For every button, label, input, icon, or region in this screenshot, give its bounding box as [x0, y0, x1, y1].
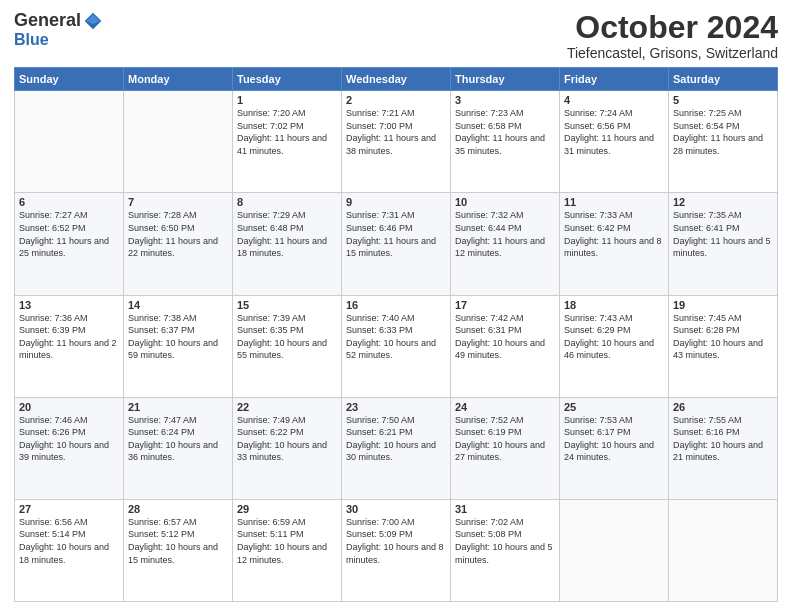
day-number: 26: [673, 401, 773, 413]
calendar-cell-w2-d5: 10Sunrise: 7:32 AM Sunset: 6:44 PM Dayli…: [451, 193, 560, 295]
day-info: Sunrise: 6:56 AM Sunset: 5:14 PM Dayligh…: [19, 516, 119, 566]
page: General Blue October 2024 Tiefencastel, …: [0, 0, 792, 612]
day-number: 19: [673, 299, 773, 311]
day-number: 25: [564, 401, 664, 413]
calendar-cell-w4-d6: 25Sunrise: 7:53 AM Sunset: 6:17 PM Dayli…: [560, 397, 669, 499]
day-info: Sunrise: 7:38 AM Sunset: 6:37 PM Dayligh…: [128, 312, 228, 362]
day-info: Sunrise: 7:21 AM Sunset: 7:00 PM Dayligh…: [346, 107, 446, 157]
week-row-4: 20Sunrise: 7:46 AM Sunset: 6:26 PM Dayli…: [15, 397, 778, 499]
week-row-1: 1Sunrise: 7:20 AM Sunset: 7:02 PM Daylig…: [15, 91, 778, 193]
day-number: 16: [346, 299, 446, 311]
calendar-cell-w3-d4: 16Sunrise: 7:40 AM Sunset: 6:33 PM Dayli…: [342, 295, 451, 397]
day-number: 11: [564, 196, 664, 208]
day-info: Sunrise: 7:46 AM Sunset: 6:26 PM Dayligh…: [19, 414, 119, 464]
calendar-cell-w1-d7: 5Sunrise: 7:25 AM Sunset: 6:54 PM Daylig…: [669, 91, 778, 193]
day-number: 15: [237, 299, 337, 311]
day-info: Sunrise: 7:43 AM Sunset: 6:29 PM Dayligh…: [564, 312, 664, 362]
logo-general: General: [14, 10, 81, 31]
day-info: Sunrise: 7:02 AM Sunset: 5:08 PM Dayligh…: [455, 516, 555, 566]
day-info: Sunrise: 7:20 AM Sunset: 7:02 PM Dayligh…: [237, 107, 337, 157]
calendar-cell-w4-d2: 21Sunrise: 7:47 AM Sunset: 6:24 PM Dayli…: [124, 397, 233, 499]
calendar-cell-w1-d3: 1Sunrise: 7:20 AM Sunset: 7:02 PM Daylig…: [233, 91, 342, 193]
calendar-cell-w4-d5: 24Sunrise: 7:52 AM Sunset: 6:19 PM Dayli…: [451, 397, 560, 499]
location-title: Tiefencastel, Grisons, Switzerland: [567, 45, 778, 61]
day-info: Sunrise: 6:59 AM Sunset: 5:11 PM Dayligh…: [237, 516, 337, 566]
day-info: Sunrise: 7:27 AM Sunset: 6:52 PM Dayligh…: [19, 209, 119, 259]
logo: General Blue: [14, 10, 103, 49]
calendar-cell-w3-d3: 15Sunrise: 7:39 AM Sunset: 6:35 PM Dayli…: [233, 295, 342, 397]
day-info: Sunrise: 7:39 AM Sunset: 6:35 PM Dayligh…: [237, 312, 337, 362]
calendar-cell-w1-d2: [124, 91, 233, 193]
day-number: 12: [673, 196, 773, 208]
header-wednesday: Wednesday: [342, 68, 451, 91]
day-number: 4: [564, 94, 664, 106]
day-number: 28: [128, 503, 228, 515]
day-number: 13: [19, 299, 119, 311]
day-number: 6: [19, 196, 119, 208]
day-info: Sunrise: 7:36 AM Sunset: 6:39 PM Dayligh…: [19, 312, 119, 362]
day-info: Sunrise: 7:35 AM Sunset: 6:41 PM Dayligh…: [673, 209, 773, 259]
weekday-header-row: Sunday Monday Tuesday Wednesday Thursday…: [15, 68, 778, 91]
day-number: 7: [128, 196, 228, 208]
calendar-cell-w5-d5: 31Sunrise: 7:02 AM Sunset: 5:08 PM Dayli…: [451, 499, 560, 601]
calendar-cell-w1-d1: [15, 91, 124, 193]
calendar-cell-w2-d4: 9Sunrise: 7:31 AM Sunset: 6:46 PM Daylig…: [342, 193, 451, 295]
day-info: Sunrise: 7:49 AM Sunset: 6:22 PM Dayligh…: [237, 414, 337, 464]
day-info: Sunrise: 7:45 AM Sunset: 6:28 PM Dayligh…: [673, 312, 773, 362]
calendar-cell-w3-d2: 14Sunrise: 7:38 AM Sunset: 6:37 PM Dayli…: [124, 295, 233, 397]
header-sunday: Sunday: [15, 68, 124, 91]
logo-text: General: [14, 10, 103, 31]
day-info: Sunrise: 7:40 AM Sunset: 6:33 PM Dayligh…: [346, 312, 446, 362]
day-info: Sunrise: 7:29 AM Sunset: 6:48 PM Dayligh…: [237, 209, 337, 259]
calendar-cell-w3-d5: 17Sunrise: 7:42 AM Sunset: 6:31 PM Dayli…: [451, 295, 560, 397]
calendar-cell-w5-d4: 30Sunrise: 7:00 AM Sunset: 5:09 PM Dayli…: [342, 499, 451, 601]
calendar-cell-w3-d6: 18Sunrise: 7:43 AM Sunset: 6:29 PM Dayli…: [560, 295, 669, 397]
day-number: 1: [237, 94, 337, 106]
day-info: Sunrise: 7:42 AM Sunset: 6:31 PM Dayligh…: [455, 312, 555, 362]
day-number: 31: [455, 503, 555, 515]
day-number: 21: [128, 401, 228, 413]
day-info: Sunrise: 7:23 AM Sunset: 6:58 PM Dayligh…: [455, 107, 555, 157]
header: General Blue October 2024 Tiefencastel, …: [14, 10, 778, 61]
day-number: 24: [455, 401, 555, 413]
day-number: 5: [673, 94, 773, 106]
calendar-cell-w2-d3: 8Sunrise: 7:29 AM Sunset: 6:48 PM Daylig…: [233, 193, 342, 295]
header-tuesday: Tuesday: [233, 68, 342, 91]
month-title: October 2024: [567, 10, 778, 45]
logo-blue: Blue: [14, 31, 49, 49]
calendar-cell-w2-d1: 6Sunrise: 7:27 AM Sunset: 6:52 PM Daylig…: [15, 193, 124, 295]
calendar-cell-w5-d6: [560, 499, 669, 601]
day-number: 8: [237, 196, 337, 208]
calendar-cell-w2-d6: 11Sunrise: 7:33 AM Sunset: 6:42 PM Dayli…: [560, 193, 669, 295]
day-info: Sunrise: 7:33 AM Sunset: 6:42 PM Dayligh…: [564, 209, 664, 259]
day-number: 29: [237, 503, 337, 515]
day-number: 30: [346, 503, 446, 515]
day-info: Sunrise: 7:25 AM Sunset: 6:54 PM Dayligh…: [673, 107, 773, 157]
calendar-cell-w1-d4: 2Sunrise: 7:21 AM Sunset: 7:00 PM Daylig…: [342, 91, 451, 193]
day-info: Sunrise: 7:52 AM Sunset: 6:19 PM Dayligh…: [455, 414, 555, 464]
day-info: Sunrise: 7:55 AM Sunset: 6:16 PM Dayligh…: [673, 414, 773, 464]
calendar-cell-w5-d7: [669, 499, 778, 601]
day-info: Sunrise: 7:47 AM Sunset: 6:24 PM Dayligh…: [128, 414, 228, 464]
week-row-3: 13Sunrise: 7:36 AM Sunset: 6:39 PM Dayli…: [15, 295, 778, 397]
calendar-cell-w5-d3: 29Sunrise: 6:59 AM Sunset: 5:11 PM Dayli…: [233, 499, 342, 601]
day-number: 14: [128, 299, 228, 311]
day-info: Sunrise: 7:24 AM Sunset: 6:56 PM Dayligh…: [564, 107, 664, 157]
calendar-cell-w4-d1: 20Sunrise: 7:46 AM Sunset: 6:26 PM Dayli…: [15, 397, 124, 499]
day-info: Sunrise: 6:57 AM Sunset: 5:12 PM Dayligh…: [128, 516, 228, 566]
day-info: Sunrise: 7:28 AM Sunset: 6:50 PM Dayligh…: [128, 209, 228, 259]
logo-icon: [83, 11, 103, 31]
week-row-2: 6Sunrise: 7:27 AM Sunset: 6:52 PM Daylig…: [15, 193, 778, 295]
day-number: 9: [346, 196, 446, 208]
day-number: 18: [564, 299, 664, 311]
day-info: Sunrise: 7:31 AM Sunset: 6:46 PM Dayligh…: [346, 209, 446, 259]
calendar-cell-w2-d2: 7Sunrise: 7:28 AM Sunset: 6:50 PM Daylig…: [124, 193, 233, 295]
calendar-cell-w3-d7: 19Sunrise: 7:45 AM Sunset: 6:28 PM Dayli…: [669, 295, 778, 397]
calendar-cell-w2-d7: 12Sunrise: 7:35 AM Sunset: 6:41 PM Dayli…: [669, 193, 778, 295]
calendar-cell-w3-d1: 13Sunrise: 7:36 AM Sunset: 6:39 PM Dayli…: [15, 295, 124, 397]
calendar-cell-w1-d6: 4Sunrise: 7:24 AM Sunset: 6:56 PM Daylig…: [560, 91, 669, 193]
day-info: Sunrise: 7:53 AM Sunset: 6:17 PM Dayligh…: [564, 414, 664, 464]
day-info: Sunrise: 7:50 AM Sunset: 6:21 PM Dayligh…: [346, 414, 446, 464]
day-number: 3: [455, 94, 555, 106]
day-number: 23: [346, 401, 446, 413]
